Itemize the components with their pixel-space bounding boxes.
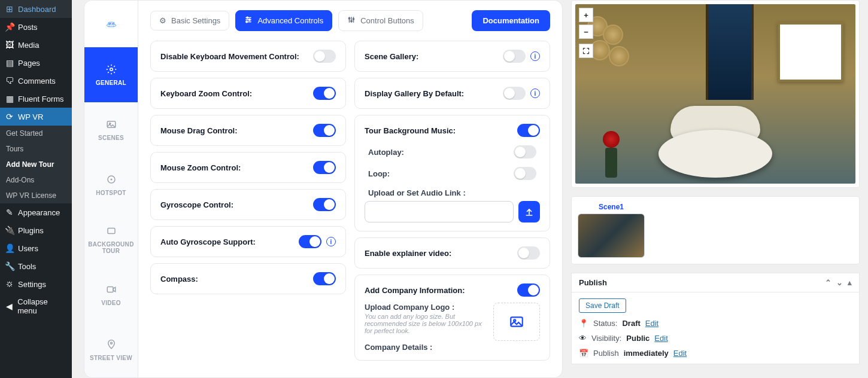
- documentation-button[interactable]: Documentation: [472, 10, 550, 31]
- wp-menu-settings[interactable]: ⛭Settings: [0, 275, 72, 293]
- wp-menu-label: Tools: [18, 262, 36, 271]
- wp-admin-sidebar: ⊞Dashboard📌Posts🖾Media▤Pages🗨Comments▦Fl…: [0, 0, 72, 378]
- wp-menu-comments[interactable]: 🗨Comments: [0, 72, 72, 90]
- svg-rect-7: [108, 228, 115, 234]
- icon-tab-general[interactable]: GENERAL: [84, 47, 138, 102]
- plugins-icon: 🔌: [5, 225, 14, 235]
- icon-tab-label: STREET VIEW: [90, 355, 132, 361]
- setting-keyboard_zoom: Keyboard Zoom Control:: [150, 78, 346, 109]
- fullscreen-button[interactable]: [579, 44, 593, 58]
- scene-thumb-1[interactable]: Scene1: [578, 203, 645, 258]
- setting-label: Scene Gallery:: [365, 52, 418, 61]
- wp-menu-label: Posts: [18, 23, 38, 32]
- wp-menu-posts[interactable]: 📌Posts: [0, 18, 72, 36]
- wp-menu-media[interactable]: 🖾Media: [0, 36, 72, 54]
- setting-scene_gallery: Scene Gallery:i: [354, 41, 550, 72]
- tab-control-buttons[interactable]: Control Buttons: [338, 10, 423, 31]
- tab-advanced-controls[interactable]: Advanced Controls: [235, 10, 332, 31]
- gear-icon: ⚙: [159, 16, 166, 25]
- icon-tab-street-view[interactable]: STREET VIEW: [84, 322, 138, 377]
- upload-audio-button[interactable]: [518, 201, 540, 222]
- setting-label: Compass:: [160, 275, 198, 284]
- fluent-forms-icon: ▦: [5, 94, 14, 103]
- wp-menu-pages[interactable]: ▤Pages: [0, 54, 72, 72]
- media-icon: 🖾: [5, 40, 14, 50]
- info-icon[interactable]: i: [530, 89, 540, 98]
- content-left: WP VR GENERALSCENESHOTSPOTBACKGROUND TOU…: [72, 0, 569, 378]
- save-draft-button[interactable]: Save Draft: [579, 298, 626, 313]
- wp-menu-tools[interactable]: 🔧Tools: [0, 257, 72, 275]
- wp-menu-label: Dashboard: [18, 5, 56, 14]
- toggle-switch[interactable]: [503, 87, 526, 100]
- setting-label: Auto Gyroscope Support:: [160, 237, 256, 246]
- wp-submenu-item[interactable]: Add New Tour: [0, 157, 72, 172]
- info-icon[interactable]: i: [326, 237, 336, 246]
- preview-viewport[interactable]: + −: [575, 4, 855, 184]
- icon-tab-hotspot[interactable]: HOTSPOT: [84, 157, 138, 212]
- info-icon[interactable]: i: [530, 51, 540, 61]
- setting-bg_music: Tour Background Music:Autoplay:Loop:Uplo…: [354, 115, 550, 231]
- wp-menu-dashboard[interactable]: ⊞Dashboard: [0, 0, 72, 18]
- edit-status-link[interactable]: Edit: [645, 319, 658, 328]
- wp-menu-label: WP VR: [18, 112, 43, 121]
- wp-menu-plugins[interactable]: 🔌Plugins: [0, 221, 72, 239]
- audio-link-input[interactable]: [365, 201, 514, 222]
- status-value: Draft: [622, 319, 640, 328]
- content-right: + − Scene1 Publish ⌃ ⌄ ▴: [569, 0, 868, 378]
- toggle-switch[interactable]: [503, 50, 526, 63]
- toggle-switch[interactable]: [313, 124, 336, 137]
- wp-menu-label: Pages: [18, 59, 40, 68]
- svg-rect-8: [107, 286, 113, 292]
- wp-submenu-item[interactable]: Add-Ons: [0, 172, 72, 188]
- zoom-in-button[interactable]: +: [579, 8, 593, 22]
- upload-label: Upload or Set Audio Link :: [365, 188, 540, 197]
- wp-submenu-item[interactable]: Get Started: [0, 126, 72, 141]
- scene-thumb-image: [578, 214, 645, 258]
- svg-point-19: [349, 18, 350, 19]
- toggle-panel-icon[interactable]: ▴: [848, 278, 852, 287]
- setting-label: Keyboard Zoom Control:: [160, 89, 252, 98]
- wp-menu-appearance[interactable]: ✎Appearance: [0, 203, 72, 221]
- setting-label: Disable Keyboard Movement Control:: [160, 52, 299, 61]
- zoom-out-button[interactable]: −: [579, 25, 593, 39]
- wp-menu-collapse[interactable]: ◀Collapse menu: [0, 293, 72, 319]
- toggle-switch[interactable]: [514, 145, 536, 158]
- icon-tab-video[interactable]: VIDEO: [84, 267, 138, 322]
- eye-icon: 👁: [579, 334, 587, 343]
- toggle-switch[interactable]: [313, 161, 336, 174]
- toggle-switch[interactable]: [514, 167, 536, 180]
- setting-label: Mouse Drag Control:: [160, 126, 238, 135]
- wp-menu-label: Comments: [18, 77, 56, 86]
- toggle-switch[interactable]: [313, 198, 336, 211]
- icon-tab-scenes[interactable]: SCENES: [84, 102, 138, 157]
- wp-menu-users[interactable]: 👤Users: [0, 239, 72, 257]
- company-logo-upload[interactable]: [493, 303, 540, 341]
- wp-menu-label: Settings: [18, 280, 46, 289]
- toggle-switch[interactable]: [313, 50, 336, 63]
- toggle-switch[interactable]: [517, 246, 540, 260]
- svg-point-9: [110, 342, 112, 344]
- icon-tabs-column: WP VR GENERALSCENESHOTSPOTBACKGROUND TOU…: [84, 1, 138, 377]
- chevron-down-icon[interactable]: ⌄: [836, 278, 843, 287]
- toggle-switch[interactable]: [517, 284, 540, 297]
- scene-thumbnails: Scene1: [571, 196, 860, 264]
- tab-basic-settings[interactable]: ⚙ Basic Settings: [150, 11, 229, 31]
- toggle-switch[interactable]: [313, 272, 336, 285]
- wpvr-icon: ⟳: [5, 112, 14, 121]
- sub-label: Loop:: [368, 169, 390, 178]
- company-logo-title: Upload Company Logo :: [365, 303, 485, 312]
- wp-submenu-item[interactable]: WP VR License: [0, 188, 72, 203]
- controls-icon: [347, 16, 356, 26]
- edit-visibility-link[interactable]: Edit: [654, 334, 667, 343]
- wp-menu-fluent-forms[interactable]: ▦Fluent Forms: [0, 90, 72, 108]
- toggle-switch[interactable]: [299, 235, 321, 248]
- icon-tab-label: GENERAL: [96, 80, 126, 86]
- wp-submenu-item[interactable]: Tours: [0, 141, 72, 157]
- setting-auto_gyro: Auto Gyroscope Support:i: [150, 226, 346, 257]
- toggle-switch[interactable]: [517, 124, 540, 137]
- icon-tab-background-tour[interactable]: BACKGROUND TOUR: [84, 212, 138, 267]
- toggle-switch[interactable]: [313, 87, 336, 100]
- edit-publish-link[interactable]: Edit: [673, 349, 687, 358]
- wp-menu-wpvr[interactable]: ⟳WP VR: [0, 108, 72, 126]
- chevron-up-icon[interactable]: ⌃: [825, 278, 831, 287]
